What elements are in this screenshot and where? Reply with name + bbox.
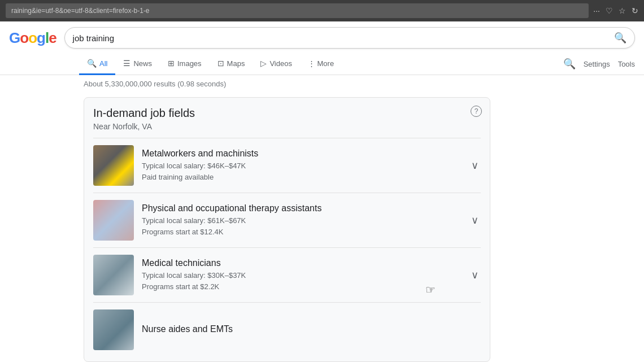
job-title-medical: Medical technicians [142,258,463,268]
images-icon: ⊞ [168,59,175,68]
job-thumb-medical [93,255,134,295]
google-header: Google job training 🔍 [0,21,644,49]
tab-images-label: Images [177,59,202,68]
cursor-indicator: ☞ [425,283,436,296]
search-submit-icon[interactable]: 🔍 [614,32,626,44]
settings-link[interactable]: Settings [584,60,610,68]
search-bar[interactable]: job training 🔍 [64,27,635,49]
google-page: Google job training 🔍 🔍 All ☰ News ⊞ Ima… [0,21,644,362]
logo-e: e [49,29,56,46]
chevron-therapy[interactable]: ∨ [471,214,481,226]
tab-news-label: News [133,59,152,68]
job-info-metalworkers: Metalworkers and machinists Typical loca… [142,149,463,182]
results-area: About 5,330,000,000 results (0.98 second… [0,75,644,362]
tab-videos-label: Videos [269,59,292,68]
job-title-nurse: Nurse aides and EMTs [142,324,481,334]
job-thumb-metalworkers [93,145,134,186]
tab-maps-label: Maps [227,59,245,68]
chevron-metalworkers[interactable]: ∨ [471,159,481,172]
tab-more-label: ⋮ More [308,59,334,68]
logo-g: G [9,29,20,46]
maps-icon: ⊡ [217,59,224,68]
news-icon: ☰ [123,59,130,68]
job-thumb-nurse [93,309,134,350]
help-icon[interactable]: ? [471,106,482,117]
logo-o1: o [20,29,28,46]
job-salary-medical: Typical local salary: $30K–$37K [142,270,463,281]
job-info-nurse: Nurse aides and EMTs [142,324,481,336]
job-programs-therapy: Programs start at $12.4K [142,226,463,238]
results-count: About 5,330,000,000 results (0.98 second… [84,80,635,88]
job-panel-subtitle: Near Norfolk, VA [93,122,481,131]
logo-g2: g [37,29,45,46]
nav-settings-area: 🔍 Settings Tools [563,58,644,70]
browser-icon-group: ··· ♡ ☆ ↻ [593,6,638,15]
job-info-therapy: Physical and occupational therapy assist… [142,203,463,237]
google-logo: Google [9,29,56,47]
search-query: job training [73,33,614,43]
job-training-metalworkers: Paid training available [142,172,463,183]
nav-tabs: 🔍 All ☰ News ⊞ Images ⊡ Maps ▷ Videos ⋮ … [0,49,644,75]
job-item-metalworkers[interactable]: Metalworkers and machinists Typical loca… [93,138,481,193]
reload-icon[interactable]: ↻ [632,6,638,15]
menu-icon[interactable]: ··· [593,6,600,15]
job-panel-title: In-demand job fields [93,107,481,120]
videos-icon: ▷ [260,59,267,68]
star-icon[interactable]: ☆ [619,6,626,15]
job-item-medical[interactable]: Medical technicians Typical local salary… [93,247,481,302]
job-item-nurse[interactable]: Nurse aides and EMTs [93,302,481,352]
all-icon: 🔍 [87,59,97,68]
job-thumb-therapy [93,200,134,241]
tab-videos[interactable]: ▷ Videos [253,53,300,75]
chevron-medical[interactable]: ∨ [471,269,481,281]
job-title-metalworkers: Metalworkers and machinists [142,149,463,159]
tab-maps[interactable]: ⊡ Maps [210,53,253,75]
job-item-therapy[interactable]: Physical and occupational therapy assist… [93,193,481,247]
browser-chrome: raining&ie=utf-8&oe=utf-8&client=firefox… [0,0,644,21]
job-panel: In-demand job fields Near Norfolk, VA ? … [84,97,490,362]
tab-more[interactable]: ⋮ More [300,54,342,75]
job-programs-medical: Programs start at $2.2K [142,281,463,293]
tab-images[interactable]: ⊞ Images [160,53,210,75]
job-title-therapy: Physical and occupational therapy assist… [142,203,463,213]
tab-news[interactable]: ☰ News [115,53,160,75]
job-salary-therapy: Typical local salary: $61K–$67K [142,215,463,226]
bookmark-icon[interactable]: ♡ [606,6,613,15]
search-icon-nav[interactable]: 🔍 [563,58,576,70]
tab-all-label: All [99,59,107,68]
logo-o2: o [28,29,37,46]
tab-all[interactable]: 🔍 All [79,53,115,75]
tools-link[interactable]: Tools [618,60,635,68]
job-salary-metalworkers: Typical local salary: $46K–$47K [142,160,463,172]
url-bar[interactable]: raining&ie=utf-8&oe=utf-8&client=firefox… [6,3,589,18]
job-info-medical: Medical technicians Typical local salary… [142,258,463,292]
url-text: raining&ie=utf-8&oe=utf-8&client=firefox… [11,7,149,15]
